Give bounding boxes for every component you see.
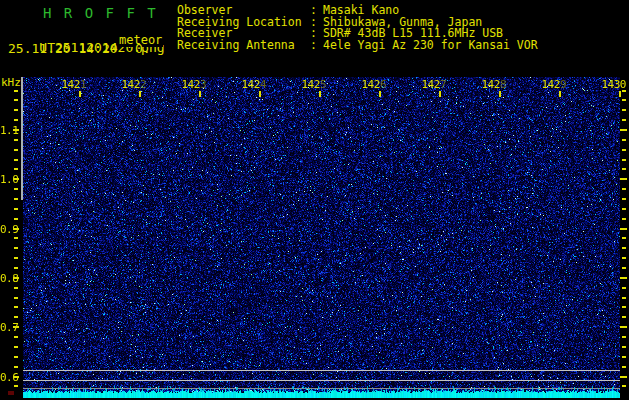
freq-minor-tick-left bbox=[14, 188, 18, 190]
freq-major-tick-right bbox=[620, 277, 627, 279]
freq-minor-tick-right bbox=[622, 385, 626, 387]
freq-minor-tick-left bbox=[14, 149, 18, 151]
app-title: H R O F F T bbox=[43, 5, 158, 21]
info-label: Receiving Antenna bbox=[177, 40, 310, 52]
station-info: Observer:Masaki Kano Receiving Location:… bbox=[177, 5, 538, 51]
freq-minor-tick-left bbox=[14, 356, 18, 358]
freq-minor-tick-right bbox=[622, 99, 626, 101]
freq-major-tick-left bbox=[13, 228, 19, 230]
freq-tick-label: 1.0 bbox=[0, 173, 14, 186]
freq-minor-tick-left bbox=[14, 168, 18, 170]
freq-minor-tick-left bbox=[14, 218, 18, 220]
freq-major-tick-left bbox=[13, 376, 19, 378]
freq-minor-tick-right bbox=[622, 188, 626, 190]
freq-minor-tick-left bbox=[14, 247, 18, 249]
freq-minor-tick-left bbox=[14, 257, 18, 259]
freq-minor-tick-left bbox=[14, 139, 18, 141]
freq-minor-tick-right bbox=[622, 336, 626, 338]
freq-minor-tick-right bbox=[622, 297, 626, 299]
freq-minor-tick-left bbox=[14, 316, 18, 318]
info-value: 4ele Yagi Az 230 for Kansai VOR bbox=[323, 40, 538, 52]
freq-minor-tick-right bbox=[622, 346, 626, 348]
freq-major-tick-right bbox=[620, 228, 627, 230]
freq-minor-tick-right bbox=[622, 168, 626, 170]
freq-minor-tick-left bbox=[14, 159, 18, 161]
freq-tick-label: 0.9 bbox=[0, 223, 14, 236]
freq-minor-tick-right bbox=[622, 159, 626, 161]
freq-minor-tick-right bbox=[622, 149, 626, 151]
freq-major-tick-right bbox=[620, 376, 627, 378]
freq-minor-tick-right bbox=[622, 287, 626, 289]
freq-minor-tick-right bbox=[622, 198, 626, 200]
freq-minor-tick-left bbox=[14, 336, 18, 338]
freq-major-tick-left bbox=[13, 326, 19, 328]
freq-minor-tick-left bbox=[14, 385, 18, 387]
freq-minor-tick-right bbox=[622, 316, 626, 318]
freq-minor-tick-left bbox=[14, 306, 18, 308]
freq-major-tick-right bbox=[620, 178, 627, 180]
corner-marker bbox=[8, 391, 14, 395]
freq-minor-tick-left bbox=[14, 346, 18, 348]
freq-major-tick-right bbox=[620, 326, 627, 328]
freq-minor-tick-left bbox=[14, 297, 18, 299]
freq-minor-tick-left bbox=[14, 267, 18, 269]
freq-minor-tick-left bbox=[14, 366, 18, 368]
freq-minor-tick-left bbox=[14, 99, 18, 101]
freq-minor-tick-left bbox=[14, 237, 18, 239]
freq-minor-tick-right bbox=[622, 237, 626, 239]
freq-major-tick-left bbox=[13, 129, 19, 131]
spectrogram-canvas bbox=[23, 77, 620, 398]
freq-tick-label: 0.7 bbox=[0, 321, 14, 334]
hrofft-window: H R O F F T UT2511201420.png meteor 25.1… bbox=[0, 0, 629, 400]
freq-minor-tick-right bbox=[622, 119, 626, 121]
freq-tick-label: 0.6 bbox=[0, 371, 14, 384]
freq-unit-label: kHz bbox=[1, 76, 21, 89]
datetime-label: 25.11.20 14:20 bbox=[8, 41, 118, 56]
freq-tick-label: 1.1 bbox=[0, 124, 14, 137]
left-border-line bbox=[21, 77, 23, 200]
freq-minor-tick-right bbox=[622, 109, 626, 111]
freq-minor-tick-left bbox=[14, 109, 18, 111]
freq-major-tick-left bbox=[13, 277, 19, 279]
freq-tick-label: 0.8 bbox=[0, 272, 14, 285]
info-row-antenna: Receiving Antenna:4ele Yagi Az 230 for K… bbox=[177, 40, 538, 52]
freq-minor-tick-right bbox=[622, 139, 626, 141]
freq-minor-tick-left bbox=[14, 90, 18, 92]
freq-major-tick-left bbox=[13, 178, 19, 180]
freq-minor-tick-left bbox=[14, 287, 18, 289]
freq-minor-tick-right bbox=[622, 208, 626, 210]
freq-minor-tick-left bbox=[14, 208, 18, 210]
freq-minor-tick-right bbox=[622, 306, 626, 308]
freq-minor-tick-right bbox=[622, 366, 626, 368]
freq-minor-tick-left bbox=[14, 198, 18, 200]
info-colon: : bbox=[310, 40, 323, 52]
freq-minor-tick-right bbox=[622, 267, 626, 269]
echo-count: 0. bbox=[135, 41, 151, 56]
freq-minor-tick-right bbox=[622, 218, 626, 220]
freq-minor-tick-right bbox=[622, 257, 626, 259]
freq-minor-tick-left bbox=[14, 119, 18, 121]
freq-minor-tick-right bbox=[622, 247, 626, 249]
freq-minor-tick-right bbox=[622, 356, 626, 358]
freq-major-tick-right bbox=[620, 129, 627, 131]
freq-minor-tick-right bbox=[622, 90, 626, 92]
